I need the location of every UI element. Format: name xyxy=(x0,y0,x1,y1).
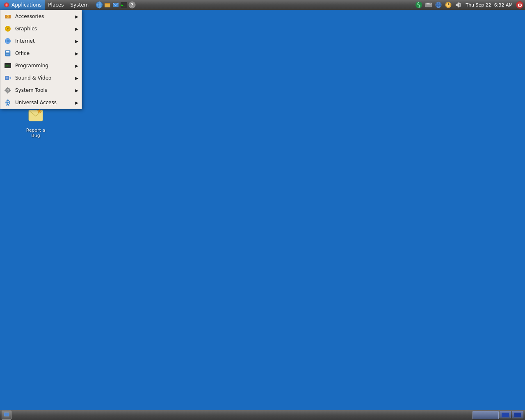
svg-marker-33 xyxy=(456,2,459,8)
system-menu-button[interactable]: System xyxy=(67,0,92,10)
applications-label: Applications xyxy=(11,2,41,8)
top-taskbar: Applications Places System xyxy=(0,0,525,10)
svg-text:?: ? xyxy=(131,3,133,7)
svg-rect-24 xyxy=(428,5,430,5)
programming-icon: </> xyxy=(4,62,12,70)
menu-item-universal-access[interactable]: Universal Access ▶ xyxy=(0,96,82,109)
universal-access-label: Universal Access xyxy=(15,100,57,105)
programming-arrow: ▶ xyxy=(75,64,78,68)
office-label: Office xyxy=(15,50,30,56)
accessories-arrow: ▶ xyxy=(75,14,78,19)
svg-rect-72 xyxy=(7,87,8,88)
svg-point-51 xyxy=(7,16,9,17)
svg-point-71 xyxy=(7,90,9,91)
terminal-icon[interactable]: ▶_ xyxy=(120,1,128,9)
report-bug-icon[interactable]: Report a Bug xyxy=(19,104,52,140)
svg-rect-9 xyxy=(105,3,107,4)
bottom-taskbar xyxy=(0,410,525,420)
svg-rect-85 xyxy=(514,413,521,417)
taskbar-button-1[interactable] xyxy=(472,411,499,419)
menu-item-accessories[interactable]: Accessories ▶ xyxy=(0,10,82,23)
svg-text:</>: </> xyxy=(5,64,10,68)
system-tools-arrow: ▶ xyxy=(75,88,78,93)
clock-display[interactable]: Thu Sep 22, 6:32 AM xyxy=(464,2,514,8)
svg-text:▶_: ▶_ xyxy=(121,4,125,7)
system-tools-icon xyxy=(4,86,12,94)
taskbar-window-area xyxy=(472,411,525,419)
svg-rect-83 xyxy=(4,417,9,418)
svg-point-68 xyxy=(7,78,7,78)
places-label: Places xyxy=(48,2,64,8)
universal-access-icon xyxy=(4,98,12,107)
menu-item-internet[interactable]: Internet ▶ xyxy=(0,35,82,47)
taskbar-left: Applications Places System xyxy=(0,0,136,10)
graphics-label: Graphics xyxy=(15,26,37,32)
applications-icon xyxy=(3,2,10,8)
accessories-label: Accessories xyxy=(15,14,44,19)
show-desktop-button[interactable] xyxy=(2,411,11,420)
sound-video-label: Sound & Video xyxy=(15,75,51,81)
graphics-icon xyxy=(4,25,12,33)
svg-point-2 xyxy=(6,4,7,6)
internet-arrow: ▶ xyxy=(75,39,78,43)
svg-rect-61 xyxy=(6,52,9,53)
accessories-icon xyxy=(4,12,12,21)
svg-point-53 xyxy=(7,28,9,30)
svg-rect-84 xyxy=(502,413,509,417)
workspace-switcher xyxy=(500,411,523,419)
svg-rect-62 xyxy=(6,54,9,55)
workspace-1[interactable] xyxy=(500,411,511,418)
svg-rect-18 xyxy=(427,3,428,4)
svg-rect-73 xyxy=(7,92,8,94)
universal-access-arrow: ▶ xyxy=(75,100,78,105)
internet-icon xyxy=(4,37,12,45)
svg-rect-75 xyxy=(10,90,11,91)
svg-rect-23 xyxy=(427,5,428,5)
web-browser-icon[interactable] xyxy=(95,1,103,9)
svg-rect-19 xyxy=(428,3,429,4)
system-label: System xyxy=(70,2,89,8)
svg-marker-66 xyxy=(9,76,11,80)
help-icon[interactable]: ? xyxy=(128,1,136,9)
office-icon xyxy=(4,49,12,57)
office-arrow: ▶ xyxy=(75,51,78,56)
time-applet-icon[interactable] xyxy=(444,1,452,9)
power-button[interactable]: ⏻ xyxy=(516,1,523,9)
menu-item-programming[interactable]: </> Programming ▶ xyxy=(0,59,82,72)
applications-menu: Accessories ▶ Graphics ▶ Internet ▶ xyxy=(0,10,82,109)
svg-rect-17 xyxy=(426,3,427,4)
svg-rect-21 xyxy=(431,3,431,4)
internet-label: Internet xyxy=(15,38,35,44)
menu-item-sound-video[interactable]: Sound & Video ▶ xyxy=(0,72,82,84)
svg-rect-20 xyxy=(429,3,430,4)
svg-rect-8 xyxy=(105,4,110,7)
volume-applet-icon[interactable] xyxy=(454,1,462,9)
svg-rect-82 xyxy=(4,413,9,416)
sound-video-icon xyxy=(4,74,12,82)
svg-rect-22 xyxy=(426,5,427,5)
system-tools-label: System Tools xyxy=(15,87,47,93)
taskbar-right: Thu Sep 22, 6:32 AM ⏻ xyxy=(415,1,525,9)
file-manager-icon[interactable] xyxy=(103,1,112,9)
keyboard-applet-icon[interactable] xyxy=(425,1,433,9)
applications-menu-button[interactable]: Applications xyxy=(0,0,45,10)
places-menu-button[interactable]: Places xyxy=(45,0,67,10)
svg-rect-60 xyxy=(6,51,9,52)
menu-item-graphics[interactable]: Graphics ▶ xyxy=(0,23,82,35)
menu-item-office[interactable]: Office ▶ xyxy=(0,47,82,59)
menu-item-system-tools[interactable]: System Tools ▶ xyxy=(0,84,82,96)
workspace-2[interactable] xyxy=(512,411,523,418)
programming-label: Programming xyxy=(15,63,48,68)
email-icon[interactable] xyxy=(112,1,120,9)
report-bug-label: Report a Bug xyxy=(21,127,50,139)
svg-rect-25 xyxy=(430,5,431,5)
tails-applet-icon[interactable] xyxy=(415,1,423,9)
graphics-arrow: ▶ xyxy=(75,27,78,31)
svg-rect-74 xyxy=(5,90,6,91)
sound-video-arrow: ▶ xyxy=(75,76,78,80)
network-applet-icon[interactable] xyxy=(434,1,443,9)
